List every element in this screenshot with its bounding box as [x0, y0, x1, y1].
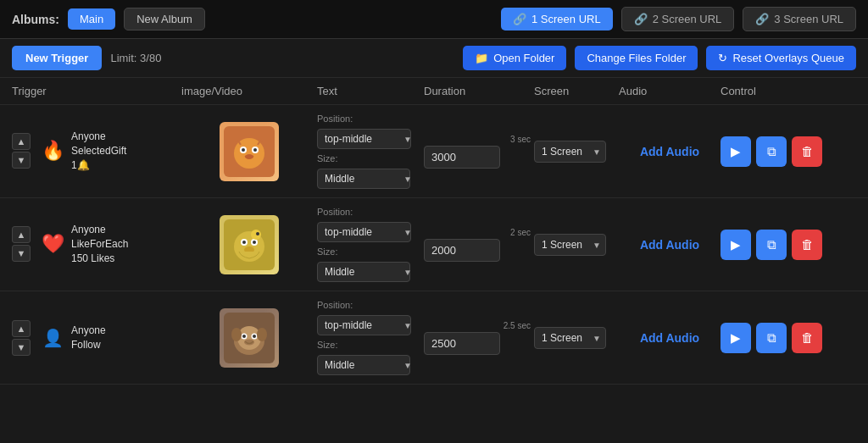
tab-main[interactable]: Main: [68, 8, 115, 30]
svg-point-14: [251, 230, 261, 240]
add-audio-button-3[interactable]: Add Audio: [640, 331, 699, 345]
change-files-folder-button[interactable]: Change Files Folder: [575, 46, 698, 70]
copy-button-1[interactable]: ⧉: [756, 136, 787, 167]
sloth-svg: [224, 313, 275, 363]
image-thumbnail-1: [220, 122, 279, 181]
arrow-col-1: ▲ ▼: [12, 133, 31, 169]
size-select-wrapper-3: Middle Small Large ▼: [317, 355, 417, 375]
trigger-name-2: AnyoneLikeForEach150 Likes: [71, 223, 128, 265]
screen-cell-2: 1 Screen 2 Screen 3 Screen ▼: [534, 234, 619, 256]
size-label-3: Size:: [317, 340, 417, 350]
add-audio-button-1[interactable]: Add Audio: [640, 145, 699, 158]
svg-point-22: [253, 335, 256, 338]
size-select-1[interactable]: Middle Small Large: [317, 169, 410, 189]
screen-select-wrapper-3: 1 Screen 2 Screen 3 Screen ▼: [534, 327, 606, 349]
duration-input-1[interactable]: [424, 146, 500, 169]
size-select-3[interactable]: Middle Small Large: [317, 355, 410, 375]
control-cell-2: ▶ ⧉ 🗑: [721, 230, 856, 260]
play-button-2[interactable]: ▶: [721, 230, 751, 260]
tab-new-album[interactable]: New Album: [124, 8, 205, 30]
image-cell-1: [181, 122, 317, 181]
screen-select-3[interactable]: 1 Screen 2 Screen 3 Screen: [534, 327, 606, 349]
text-cell-2: Position: top-middle top-left top-right …: [317, 207, 424, 282]
duration-cell-1: 3 sec: [424, 135, 534, 169]
trigger-cell-2: ▲ ▼ ❤️ AnyoneLikeForEach150 Likes: [12, 223, 181, 265]
copy-button-2[interactable]: ⧉: [756, 230, 787, 260]
image-thumbnail-2: [220, 215, 279, 274]
position-select-3[interactable]: top-middle top-left top-right center bot…: [317, 315, 411, 335]
svg-point-11: [242, 241, 246, 244]
col-audio: Audio: [619, 85, 721, 97]
position-select-1[interactable]: top-middle top-left top-right center bot…: [317, 129, 411, 149]
duration-cell-3: 2.5 sec: [424, 321, 534, 355]
arrow-col-2: ▲ ▼: [12, 226, 31, 262]
screen-url-2-btn[interactable]: 🔗 2 Screen URL: [621, 7, 735, 31]
screen-select-1[interactable]: 1 Screen 2 Screen 3 Screen: [534, 141, 606, 163]
screen-select-wrapper-1: 1 Screen 2 Screen 3 Screen ▼: [534, 141, 606, 163]
col-image: image/Video: [181, 85, 317, 97]
delete-button-2[interactable]: 🗑: [792, 230, 822, 260]
sec-label-3: 2.5 sec: [504, 321, 531, 330]
position-select-wrapper-3: top-middle top-left top-right center bot…: [317, 315, 417, 335]
play-button-1[interactable]: ▶: [721, 136, 751, 167]
refresh-icon: ↻: [718, 52, 727, 64]
control-cell-1: ▶ ⧉ 🗑: [721, 136, 856, 167]
size-label-1: Size:: [317, 153, 417, 163]
rows-container: ▲ ▼ 🔥 AnyoneSelectedGift1🔔: [0, 105, 868, 435]
table-header: Trigger image/Video Text Duration Screen…: [0, 78, 868, 105]
delete-button-1[interactable]: 🗑: [792, 136, 822, 167]
duration-cell-2: 2 sec: [424, 228, 534, 262]
size-select-wrapper-1: Middle Small Large ▼: [317, 169, 417, 189]
delete-button-3[interactable]: 🗑: [792, 323, 822, 353]
position-select-2[interactable]: top-middle top-left top-right center bot…: [317, 222, 411, 242]
col-control: Control: [721, 85, 856, 97]
svg-point-25: [257, 328, 267, 341]
size-label-2: Size:: [317, 246, 417, 257]
duration-input-3[interactable]: [424, 332, 500, 355]
svg-point-4: [242, 148, 245, 152]
reset-overlays-queue-button[interactable]: ↻ Reset Overlays Queue: [706, 46, 856, 70]
up-arrow-1[interactable]: ▲: [12, 133, 31, 150]
up-arrow-2[interactable]: ▲: [12, 226, 31, 243]
image-cell-2: [181, 215, 317, 274]
trigger-icon-2: ❤️: [39, 233, 66, 255]
trigger-cell-3: ▲ ▼ 👤 AnyoneFollow: [12, 320, 181, 356]
text-cell-3: Position: top-middle top-left top-right …: [317, 300, 424, 375]
add-audio-button-2[interactable]: Add Audio: [640, 238, 699, 252]
open-folder-button[interactable]: 📁 Open Folder: [463, 46, 566, 70]
position-label-1: Position:: [317, 114, 417, 124]
image-thumbnail-3: [220, 308, 279, 368]
link-icon: 🔗: [513, 13, 526, 25]
limit-label: Limit: 3/80: [110, 52, 161, 64]
svg-point-5: [253, 148, 257, 152]
col-trigger: Trigger: [12, 85, 181, 97]
screen-select-2[interactable]: 1 Screen 2 Screen 3 Screen: [534, 234, 606, 256]
screen-url-3-btn[interactable]: 🔗 3 Screen URL: [743, 7, 856, 31]
text-cell-1: Position: top-middle top-left top-right …: [317, 114, 424, 189]
trigger-cell-1: ▲ ▼ 🔥 AnyoneSelectedGift1🔔: [12, 130, 181, 172]
down-arrow-1[interactable]: ▼: [12, 152, 31, 169]
svg-point-12: [253, 241, 256, 244]
copy-button-3[interactable]: ⧉: [756, 323, 787, 353]
albums-label: Albums:: [12, 13, 59, 26]
new-trigger-button[interactable]: New Trigger: [12, 46, 102, 70]
table-row: ▲ ▼ 🔥 AnyoneSelectedGift1🔔: [0, 105, 868, 198]
play-button-3[interactable]: ▶: [721, 323, 751, 353]
audio-cell-2: Add Audio: [619, 238, 721, 252]
duration-input-2[interactable]: [424, 239, 500, 262]
audio-cell-3: Add Audio: [619, 331, 721, 345]
down-arrow-3[interactable]: ▼: [12, 339, 31, 356]
screen-cell-3: 1 Screen 2 Screen 3 Screen ▼: [534, 327, 619, 349]
up-arrow-3[interactable]: ▲: [12, 320, 31, 337]
position-select-wrapper-2: top-middle top-left top-right center bot…: [317, 222, 417, 242]
link-icon-2: 🔗: [634, 13, 648, 25]
table-row: ▲ ▼ 👤 AnyoneFollow: [0, 291, 868, 385]
size-select-2[interactable]: Middle Small Large: [317, 262, 410, 282]
screen-url-1-btn[interactable]: 🔗 1 Screen URL: [501, 8, 613, 30]
audio-cell-1: Add Audio: [619, 145, 721, 158]
svg-point-15: [256, 232, 259, 235]
cat-svg: [224, 126, 275, 177]
position-select-wrapper-1: top-middle top-left top-right center bot…: [317, 129, 417, 149]
svg-point-21: [242, 335, 246, 338]
down-arrow-2[interactable]: ▼: [12, 245, 31, 262]
